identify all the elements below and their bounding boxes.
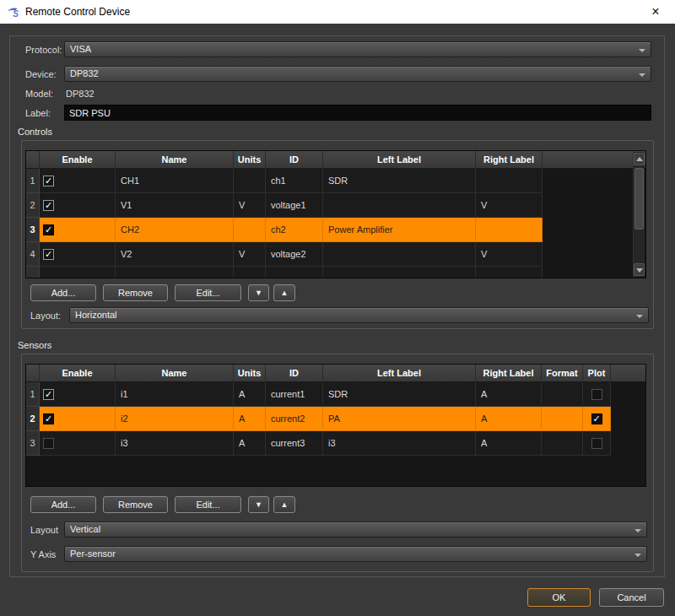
cell-plot[interactable]: ✓ <box>583 407 611 431</box>
cell-units[interactable]: V <box>234 193 266 218</box>
sensors-move-down-icon[interactable]: ▼ <box>248 496 269 513</box>
controls-table[interactable]: EnableNameUnitsIDLeft LabelRight Label1✓… <box>25 150 646 278</box>
sensors-table-row[interactable]: 3i3Acurrent3i3A <box>26 431 645 456</box>
controls-table-row[interactable]: 3✓CH2ch2Power Amplifier <box>26 218 645 242</box>
cell-right_label[interactable]: A <box>476 431 542 456</box>
cell-name[interactable]: V2 <box>116 242 234 267</box>
cell-left_label[interactable] <box>323 193 476 218</box>
enabled-checkbox[interactable]: ✓ <box>43 249 54 260</box>
scroll-up-button[interactable] <box>634 153 645 165</box>
cell-left_label[interactable]: Power Amplifier <box>323 218 476 242</box>
row-number[interactable]: 2 <box>26 407 40 431</box>
header-enable[interactable]: Enable <box>40 151 116 169</box>
sensors-layout-select[interactable]: Vertical <box>64 521 647 538</box>
cell-enabled[interactable]: ✓ <box>40 242 116 267</box>
sensors-table-row[interactable]: 1✓i1Acurrent1SDRA <box>26 382 645 407</box>
enabled-checkbox[interactable]: ✓ <box>43 176 54 186</box>
header-name[interactable]: Name <box>116 151 234 169</box>
cell-format[interactable] <box>542 407 583 431</box>
cell-units[interactable] <box>234 169 266 193</box>
sensors-remove-button[interactable]: Remove <box>103 496 168 513</box>
cell-enabled[interactable]: ✓ <box>40 218 116 242</box>
enabled-checkbox[interactable]: ✓ <box>43 200 54 211</box>
header-left-label[interactable]: Left Label <box>323 365 476 382</box>
row-number[interactable]: 1 <box>26 382 40 407</box>
controls-move-up-icon[interactable]: ▲ <box>273 284 295 301</box>
cell-plot[interactable] <box>583 431 611 456</box>
plot-checkbox[interactable] <box>591 389 602 400</box>
cell-name[interactable]: CH1 <box>116 169 234 193</box>
cell-name[interactable]: i3 <box>116 431 234 456</box>
cell-enabled[interactable]: ✓ <box>40 169 116 193</box>
cell-units[interactable] <box>234 218 266 242</box>
controls-table-row[interactable]: 4✓V2Vvoltage2V <box>26 242 645 267</box>
cell-left_label[interactable]: PA <box>323 407 476 431</box>
cell-right_label[interactable]: A <box>476 382 542 407</box>
cell-name[interactable]: CH2 <box>116 218 234 242</box>
cell-name[interactable]: i1 <box>116 382 234 407</box>
cell-right_label[interactable] <box>476 218 543 242</box>
header-name[interactable]: Name <box>116 365 234 382</box>
cell-id[interactable]: ch2 <box>266 218 323 242</box>
cell-format[interactable] <box>542 431 583 456</box>
device-select[interactable]: DP832 <box>64 66 651 82</box>
sensors-table-row[interactable]: 2✓i2Acurrent2PAA✓ <box>26 407 645 431</box>
row-number[interactable]: 2 <box>26 193 40 218</box>
cell-right_label[interactable]: V <box>476 242 543 267</box>
controls-layout-select[interactable]: Horizontal <box>69 307 649 323</box>
controls-table-row[interactable]: 2✓V1Vvoltage1V <box>26 193 645 218</box>
controls-remove-button[interactable]: Remove <box>103 284 168 301</box>
enabled-checkbox[interactable] <box>43 438 54 449</box>
row-number[interactable]: 3 <box>26 431 40 456</box>
cell-units[interactable]: A <box>234 431 266 456</box>
close-icon[interactable]: × <box>643 2 668 22</box>
cell-right_label[interactable]: V <box>476 193 543 218</box>
cell-units[interactable]: A <box>234 382 266 407</box>
cell-id[interactable]: current2 <box>266 407 323 431</box>
cell-left_label[interactable]: SDR <box>323 169 476 193</box>
controls-table-scrollbar[interactable] <box>633 152 645 277</box>
cell-id[interactable]: current3 <box>266 431 323 456</box>
header-id[interactable]: ID <box>266 151 323 169</box>
cell-units[interactable]: V <box>234 242 266 267</box>
cell-plot[interactable] <box>583 382 611 407</box>
plot-checkbox[interactable] <box>591 438 602 449</box>
row-number[interactable]: 4 <box>26 242 40 267</box>
sensors-table[interactable]: EnableNameUnitsIDLeft LabelRight LabelFo… <box>25 364 646 487</box>
enabled-checkbox[interactable]: ✓ <box>43 389 54 400</box>
cell-enabled[interactable]: ✓ <box>40 193 116 218</box>
cancel-button[interactable]: Cancel <box>599 588 664 607</box>
cell-left_label[interactable] <box>323 242 476 267</box>
enabled-checkbox[interactable]: ✓ <box>43 413 54 424</box>
cell-id[interactable]: ch1 <box>266 169 323 193</box>
cell-left_label[interactable]: SDR <box>323 382 476 407</box>
sensors-edit-button[interactable]: Edit... <box>175 496 241 513</box>
ok-button[interactable]: OK <box>527 588 591 607</box>
header-format[interactable]: Format <box>542 365 583 382</box>
cell-name[interactable]: V1 <box>116 193 234 218</box>
cell-right_label[interactable]: A <box>476 407 542 431</box>
cell-enabled[interactable] <box>40 431 116 456</box>
header-right-label[interactable]: Right Label <box>476 365 542 382</box>
label-input[interactable] <box>64 105 651 121</box>
enabled-checkbox[interactable]: ✓ <box>43 224 54 235</box>
cell-enabled[interactable]: ✓ <box>40 407 116 431</box>
cell-left_label[interactable]: i3 <box>323 431 476 456</box>
sensors-move-up-icon[interactable]: ▲ <box>273 496 295 513</box>
cell-units[interactable]: A <box>234 407 266 431</box>
cell-name[interactable]: i2 <box>116 407 234 431</box>
header-right-label[interactable]: Right Label <box>476 151 543 169</box>
row-number[interactable]: 1 <box>26 169 40 193</box>
plot-checkbox[interactable]: ✓ <box>591 413 602 424</box>
y-axis-select[interactable]: Per-sensor <box>64 546 647 562</box>
controls-move-down-icon[interactable]: ▼ <box>248 284 269 301</box>
row-number[interactable]: 3 <box>26 218 40 242</box>
header-id[interactable]: ID <box>266 365 323 382</box>
cell-id[interactable]: current1 <box>266 382 323 407</box>
scrollbar-thumb[interactable] <box>634 168 644 230</box>
controls-table-row[interactable]: 1✓CH1ch1SDR <box>26 169 645 193</box>
cell-id[interactable]: voltage1 <box>266 193 323 218</box>
sensors-add-button[interactable]: Add... <box>30 496 96 513</box>
cell-enabled[interactable]: ✓ <box>40 382 116 407</box>
header-units[interactable]: Units <box>234 151 266 169</box>
